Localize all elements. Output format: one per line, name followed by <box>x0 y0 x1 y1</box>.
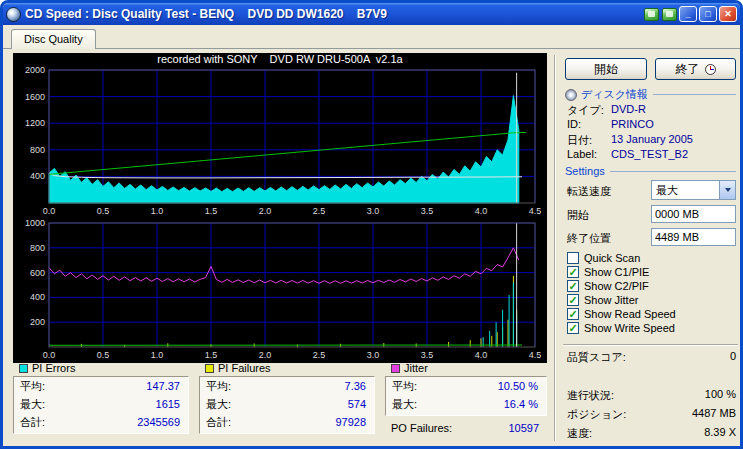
start-button-label: 開始 <box>594 61 618 78</box>
quality-score-value: 0 <box>730 350 736 365</box>
svg-text:4.5: 4.5 <box>529 350 542 360</box>
status-row-: 速度:8.39 X <box>567 426 736 441</box>
stats-row-value: 1615 <box>156 398 180 410</box>
svg-text:2.0: 2.0 <box>259 206 272 216</box>
disc-info-header-label: ディスク情報 <box>581 87 648 102</box>
legend-jitter: Jitter <box>391 362 428 374</box>
stats-row: 合計:97928 <box>200 413 374 431</box>
minimize-button[interactable]: _ <box>679 6 697 22</box>
status-label: ポジション: <box>567 407 626 422</box>
legend-pi-errors: PI Errors <box>19 362 75 374</box>
titlebar-extra-icon-2[interactable] <box>662 8 677 21</box>
stats-row-value: 97928 <box>335 416 366 428</box>
checkbox-box-icon[interactable]: ✓ <box>567 308 579 320</box>
stats-box-pi-errors: 平均:147.37最大:1615合計:2345569 <box>13 376 189 434</box>
stats-row-label: 平均: <box>392 379 417 394</box>
panel-divider <box>554 55 555 441</box>
svg-text:1000: 1000 <box>25 219 45 228</box>
svg-text:1600: 1600 <box>25 92 45 102</box>
cd-speed-window: CD Speed : Disc Quality Test - BENQ DVD … <box>0 0 743 449</box>
disc-info-header: ディスク情報 <box>565 87 736 102</box>
checkbox-label: Show C2/PIF <box>584 280 649 292</box>
score-divider <box>563 344 738 345</box>
checkbox-box-icon[interactable] <box>567 252 579 264</box>
transfer-speed-combobox[interactable]: 最大 <box>651 180 736 200</box>
legend-title: Jitter <box>404 362 428 374</box>
checkbox-show-c1-pie[interactable]: ✓Show C1/PIE <box>567 265 649 278</box>
settings-header-line <box>610 171 736 172</box>
checkbox-box-icon[interactable]: ✓ <box>567 266 579 278</box>
titlebar[interactable]: CD Speed : Disc Quality Test - BENQ DVD … <box>3 3 740 25</box>
svg-text:0.5: 0.5 <box>97 350 110 360</box>
checkbox-show-write-speed[interactable]: ✓Show Write Speed <box>567 321 675 334</box>
status-label: 速度: <box>567 426 592 441</box>
svg-text:1.0: 1.0 <box>151 350 164 360</box>
status-row-: ポジション:4487 MB <box>567 407 736 422</box>
tab-disc-quality[interactable]: Disc Quality <box>11 29 96 49</box>
svg-text:4.0: 4.0 <box>475 350 488 360</box>
svg-text:0.0: 0.0 <box>43 206 56 216</box>
disc-info-value: 13 January 2005 <box>611 133 693 148</box>
checkbox-show-c2-pif[interactable]: ✓Show C2/PIF <box>567 279 649 292</box>
app-icon <box>6 7 21 22</box>
start-position-input[interactable] <box>651 205 736 223</box>
disc-info-label: 日付: <box>567 133 611 148</box>
status-value: 8.39 X <box>704 426 736 441</box>
svg-text:2000: 2000 <box>25 66 45 75</box>
checkbox-quick-scan[interactable]: Quick Scan <box>567 251 640 264</box>
disc-info-value: PRINCO <box>611 118 654 130</box>
quality-score-row: 品質スコア: 0 <box>567 350 736 365</box>
status-value: 4487 MB <box>692 407 736 422</box>
close-button[interactable]: ✕ <box>719 6 737 22</box>
svg-text:400: 400 <box>30 292 45 302</box>
clock-icon <box>705 64 716 75</box>
pie-speed-chart: 4008001200160020000.00.51.01.52.02.53.03… <box>13 66 547 217</box>
stats-row: 最大:1615 <box>14 395 188 413</box>
titlebar-extra-icon-1[interactable] <box>644 8 659 21</box>
svg-text:0.5: 0.5 <box>97 206 110 216</box>
disc-info-label: タイプ: <box>567 103 611 118</box>
stats-row-value: 7.36 <box>345 380 366 392</box>
jitter-pif-chart: 20040060080010000.00.51.01.52.02.53.03.5… <box>13 219 547 361</box>
exit-button-label: 終了 <box>676 61 700 78</box>
svg-text:3.5: 3.5 <box>421 350 434 360</box>
end-position-input[interactable] <box>651 228 736 246</box>
po-failures-value: 10597 <box>508 422 539 434</box>
svg-text:1200: 1200 <box>25 118 45 128</box>
chevron-down-icon[interactable] <box>719 181 735 199</box>
stats-row-label: 合計: <box>206 415 231 430</box>
checkbox-label: Show C1/PIE <box>584 266 649 278</box>
checkbox-show-read-speed[interactable]: ✓Show Read Speed <box>567 307 676 320</box>
legend-color-swatch <box>19 364 28 373</box>
checkbox-label: Show Jitter <box>584 294 638 306</box>
svg-text:600: 600 <box>30 268 45 278</box>
checkbox-box-icon[interactable]: ✓ <box>567 280 579 292</box>
stats-row-value: 10.50 % <box>498 380 538 392</box>
stats-row-label: 最大: <box>20 397 45 412</box>
start-button[interactable]: 開始 <box>565 58 647 80</box>
svg-text:3.5: 3.5 <box>421 206 434 216</box>
svg-text:2.5: 2.5 <box>313 206 326 216</box>
stats-row-label: 最大: <box>392 397 417 412</box>
svg-text:3.0: 3.0 <box>367 206 380 216</box>
disc-info-row-: タイプ:DVD-R <box>567 103 646 118</box>
checkbox-show-jitter[interactable]: ✓Show Jitter <box>567 293 638 306</box>
disc-info-value: DVD-R <box>611 103 646 118</box>
stats-row-value: 574 <box>348 398 366 410</box>
svg-text:2.0: 2.0 <box>259 350 272 360</box>
svg-text:1.5: 1.5 <box>205 206 218 216</box>
checkbox-box-icon[interactable]: ✓ <box>567 322 579 334</box>
checkbox-box-icon[interactable]: ✓ <box>567 294 579 306</box>
legend-title: PI Errors <box>32 362 75 374</box>
svg-text:0.0: 0.0 <box>43 350 56 360</box>
stats-row: 平均:10.50 % <box>386 377 546 395</box>
stats-box-pi-failures: 平均:7.36最大:574合計:97928 <box>199 376 375 434</box>
stats-row: 最大:16.4 % <box>386 395 546 413</box>
stats-row-value: 2345569 <box>137 416 180 428</box>
exit-button[interactable]: 終了 <box>655 58 736 80</box>
checkbox-label: Show Write Speed <box>584 322 675 334</box>
stats-row-value: 16.4 % <box>504 398 538 410</box>
svg-text:1.0: 1.0 <box>151 206 164 216</box>
stats-row-label: 平均: <box>20 379 45 394</box>
maximize-button[interactable]: □ <box>699 6 717 22</box>
